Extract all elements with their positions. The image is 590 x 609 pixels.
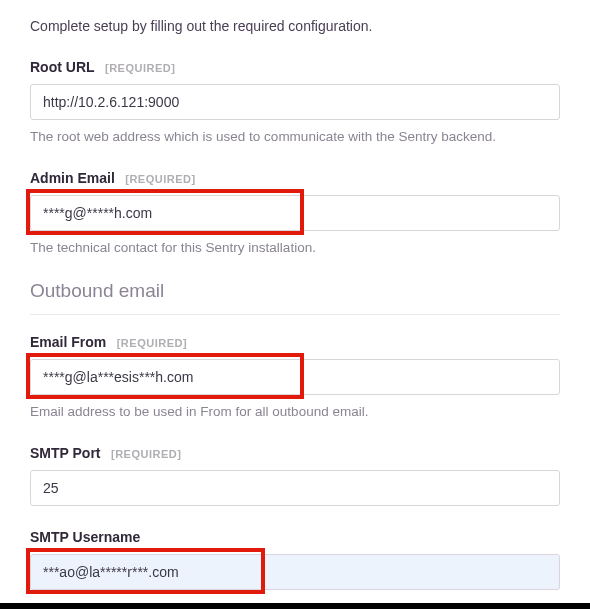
root-url-input[interactable] <box>30 84 560 120</box>
email-from-label-row: Email From [REQUIRED] <box>30 333 560 351</box>
email-from-input[interactable] <box>30 359 560 395</box>
admin-email-label: Admin Email <box>30 170 115 186</box>
email-from-required-badge: [REQUIRED] <box>117 337 187 349</box>
root-url-required-badge: [REQUIRED] <box>105 62 175 74</box>
root-url-label-row: Root URL [REQUIRED] <box>30 58 560 76</box>
root-url-group: Root URL [REQUIRED] The root web address… <box>30 58 560 147</box>
email-from-help: Email address to be used in From for all… <box>30 403 560 422</box>
smtp-port-group: SMTP Port [REQUIRED] <box>30 444 560 506</box>
admin-email-label-row: Admin Email [REQUIRED] <box>30 169 560 187</box>
admin-email-input[interactable] <box>30 195 560 231</box>
smtp-port-label: SMTP Port <box>30 445 101 461</box>
email-from-label: Email From <box>30 334 106 350</box>
outbound-email-section-title: Outbound email <box>30 280 560 315</box>
root-url-label: Root URL <box>30 59 95 75</box>
smtp-port-input[interactable] <box>30 470 560 506</box>
intro-text: Complete setup by filling out the requir… <box>30 18 560 34</box>
smtp-port-required-badge: [REQUIRED] <box>111 448 181 460</box>
smtp-username-group: SMTP Username <box>30 528 560 590</box>
smtp-username-input[interactable] <box>30 554 560 590</box>
email-from-group: Email From [REQUIRED] Email address to b… <box>30 333 560 422</box>
smtp-port-label-row: SMTP Port [REQUIRED] <box>30 444 560 462</box>
smtp-username-label-row: SMTP Username <box>30 528 560 546</box>
root-url-help: The root web address which is used to co… <box>30 128 560 147</box>
admin-email-group: Admin Email [REQUIRED] The technical con… <box>30 169 560 258</box>
smtp-username-label: SMTP Username <box>30 529 140 545</box>
admin-email-help: The technical contact for this Sentry in… <box>30 239 560 258</box>
admin-email-required-badge: [REQUIRED] <box>125 173 195 185</box>
